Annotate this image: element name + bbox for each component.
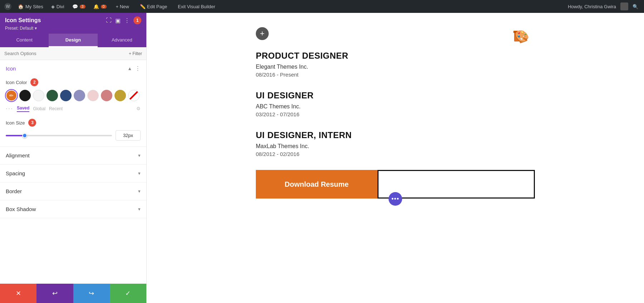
notification-icon: 🔔 bbox=[93, 4, 99, 9]
spacing-section-title: Spacing bbox=[6, 170, 25, 176]
color-swatch-white[interactable] bbox=[33, 90, 44, 101]
slider-thumb[interactable] bbox=[22, 133, 27, 138]
border-arrow: ▾ bbox=[138, 189, 141, 194]
step1-badge: 1 bbox=[133, 16, 141, 24]
color-swatch-gold[interactable] bbox=[114, 90, 126, 101]
comments-link[interactable]: 💬 3 bbox=[71, 4, 87, 9]
save-button[interactable]: ✓ bbox=[110, 284, 146, 303]
icon-size-slider[interactable] bbox=[6, 135, 112, 136]
divi-link[interactable]: ◈ Divi bbox=[50, 4, 66, 9]
color-swatch-lavender[interactable] bbox=[74, 90, 85, 101]
icon-section: Icon ▲ ⋮ Icon Color 2 ✏ bbox=[0, 60, 146, 147]
color-swatch-dark-green[interactable] bbox=[47, 90, 58, 101]
module-options-button[interactable]: ••• bbox=[389, 192, 402, 206]
color-swatches: ✏ bbox=[6, 90, 141, 101]
tab-content[interactable]: Content bbox=[0, 34, 49, 47]
color-swatch-orange[interactable]: ✏ bbox=[6, 90, 17, 101]
border-section-header[interactable]: Border ▾ bbox=[0, 182, 146, 200]
panel-title-row: Icon Settings ⛶ ▣ ⋮ 1 bbox=[5, 16, 141, 24]
spacing-section: Spacing ▾ bbox=[0, 165, 146, 182]
my-sites-link[interactable]: 🏠 My Sites bbox=[16, 4, 45, 9]
cancel-button[interactable]: ✕ bbox=[0, 284, 36, 303]
columns-icon[interactable]: ▣ bbox=[115, 17, 121, 24]
alignment-section-title: Alignment bbox=[6, 152, 30, 158]
spacing-section-header[interactable]: Spacing ▾ bbox=[0, 165, 146, 182]
job-dates-1: 03/2012 - 07/2016 bbox=[256, 111, 535, 117]
filter-button[interactable]: + Filter bbox=[129, 51, 142, 56]
user-greeting: Howdy, Christina Gwira bbox=[566, 4, 618, 9]
expand-icon[interactable]: ⛶ bbox=[106, 17, 112, 24]
recent-tab[interactable]: Recent bbox=[49, 106, 63, 111]
undo-icon: ↩ bbox=[52, 289, 58, 297]
border-section-title: Border bbox=[6, 188, 22, 194]
new-button[interactable]: + New bbox=[113, 3, 132, 11]
job-company-0: Elegant Themes Inc. bbox=[256, 64, 535, 70]
search-input[interactable] bbox=[4, 51, 126, 56]
download-resume-button[interactable]: Download Resume bbox=[256, 170, 377, 199]
icon-section-more[interactable]: ⋮ bbox=[135, 65, 141, 72]
color-swatch-light-pink[interactable] bbox=[87, 90, 99, 101]
icon-size-label: Icon Size bbox=[6, 120, 25, 126]
job-entry-2: UI DESIGNER, INTERN MaxLab Themes Inc. 0… bbox=[256, 130, 535, 157]
wp-logo-icon[interactable]: W bbox=[4, 3, 11, 10]
paint-brush-icon: 🎨 bbox=[515, 29, 529, 43]
saved-tab[interactable]: Saved bbox=[17, 106, 29, 112]
wp-bar-left: W 🏠 My Sites ◈ Divi 💬 3 🔔 0 + New ✏️ Edi… bbox=[4, 3, 566, 11]
user-avatar[interactable] bbox=[620, 3, 628, 10]
color-swatch-dark-blue[interactable] bbox=[60, 90, 72, 101]
icon-section-content: Icon Color 2 ✏ bbox=[0, 78, 146, 146]
home-icon: 🏠 bbox=[18, 4, 24, 9]
panel-tabs: Content Design Advanced bbox=[0, 34, 146, 47]
border-section: Border ▾ bbox=[0, 182, 146, 200]
alignment-arrow: ▾ bbox=[138, 153, 141, 158]
divi-icon: ◈ bbox=[51, 4, 55, 9]
icon-size-label-row: Icon Size 3 bbox=[6, 119, 141, 127]
color-settings-icon[interactable]: ⚙ bbox=[136, 106, 141, 111]
global-tab[interactable]: Global bbox=[33, 106, 45, 111]
alignment-section-header[interactable]: Alignment ▾ bbox=[0, 147, 146, 164]
redo-button[interactable]: ↪ bbox=[73, 284, 110, 303]
color-swatch-black[interactable] bbox=[19, 90, 31, 101]
color-swatch-pink[interactable] bbox=[101, 90, 112, 101]
undo-button[interactable]: ↩ bbox=[36, 284, 73, 303]
chevron-down-icon: ▾ bbox=[35, 26, 37, 31]
job-title-0: PRODUCT DESIGNER bbox=[256, 51, 535, 61]
zero-count-link[interactable]: 🔔 0 bbox=[92, 4, 108, 9]
save-icon: ✓ bbox=[125, 289, 131, 297]
page-content: + 🎨 PRODUCT DESIGNER Elegant Themes Inc.… bbox=[234, 13, 556, 227]
box-shadow-section: Box Shadow ▾ bbox=[0, 200, 146, 218]
box-shadow-section-header[interactable]: Box Shadow ▾ bbox=[0, 200, 146, 218]
icon-size-input[interactable] bbox=[116, 130, 141, 141]
job-title-1: UI DESIGNER bbox=[256, 91, 535, 101]
cancel-icon: ✕ bbox=[16, 289, 21, 297]
color-tabs-row: ··· Saved Global Recent ⚙ bbox=[6, 103, 141, 115]
step3-badge: 3 bbox=[28, 119, 36, 127]
job-entry-0: PRODUCT DESIGNER Elegant Themes Inc. 08/… bbox=[256, 51, 535, 78]
edit-icon: ✏️ bbox=[140, 4, 146, 9]
main-layout: Icon Settings ⛶ ▣ ⋮ 1 Preset: Default ▾ … bbox=[0, 13, 644, 303]
comment-icon: 💬 bbox=[72, 4, 78, 9]
icon-section-arrow: ▲ bbox=[127, 66, 132, 71]
color-swatch-none[interactable] bbox=[128, 90, 140, 101]
edit-page-button[interactable]: ✏️ Edit Page bbox=[137, 3, 170, 11]
search-bar: + Filter bbox=[0, 47, 146, 60]
wp-bar-right: Howdy, Christina Gwira 🔍 bbox=[566, 3, 640, 10]
preset-selector[interactable]: Preset: Default ▾ bbox=[5, 26, 141, 31]
tab-advanced[interactable]: Advanced bbox=[98, 34, 146, 47]
panel-title: Icon Settings bbox=[5, 17, 41, 24]
icon-section-header[interactable]: Icon ▲ ⋮ bbox=[0, 60, 146, 77]
search-wp-icon[interactable]: 🔍 bbox=[631, 4, 640, 9]
job-company-1: ABC Themes Inc. bbox=[256, 103, 535, 110]
job-dates-0: 08/2016 - Present bbox=[256, 72, 535, 78]
exit-visual-builder-button[interactable]: Exit Visual Builder bbox=[175, 3, 218, 11]
panel-actions: ✕ ↩ ↪ ✓ bbox=[0, 284, 146, 303]
tab-design[interactable]: Design bbox=[49, 34, 97, 47]
icon-color-label: Icon Color bbox=[6, 80, 27, 85]
box-shadow-section-title: Box Shadow bbox=[6, 206, 36, 212]
job-title-2: UI DESIGNER, INTERN bbox=[256, 130, 535, 140]
dot-menu[interactable]: ··· bbox=[6, 105, 13, 112]
add-module-button[interactable]: + bbox=[256, 27, 269, 40]
alignment-section: Alignment ▾ bbox=[0, 147, 146, 165]
more-icon[interactable]: ⋮ bbox=[124, 17, 130, 24]
color-picker-icon: ✏ bbox=[9, 93, 14, 98]
